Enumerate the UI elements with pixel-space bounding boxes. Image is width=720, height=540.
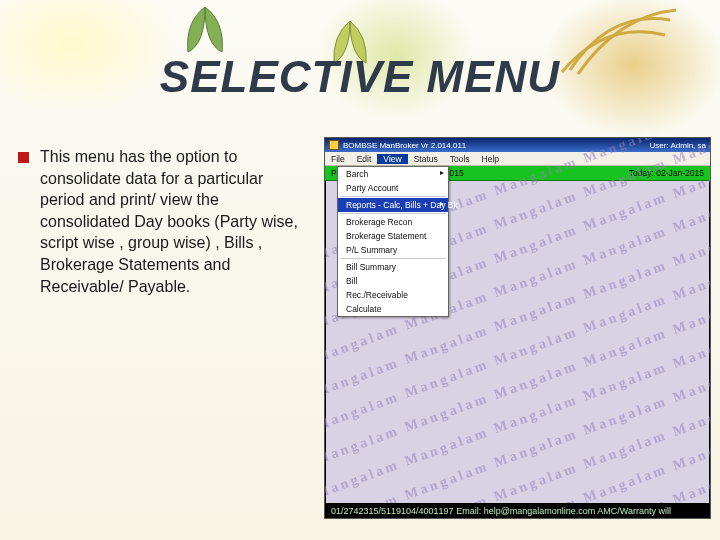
slide-body-text: This menu has the option to consolidate … [40,146,298,297]
status-footer: 01/2742315/5119104/4001197 Email: help@m… [325,503,710,518]
slide-title: SELECTIVE MENU [0,52,720,102]
dropdown-item[interactable]: Reports - Calc, Bills + Day Bk [338,198,448,212]
app-screenshot: BOMBSE ManBroker Vr 2.014.011 User: Admi… [324,137,711,519]
bullet-icon [18,152,29,163]
menu-item-view[interactable]: View [377,154,407,164]
dropdown-item[interactable]: Calculate [338,302,448,316]
watermark-row: Mangalam Mangalam Mangalam Mangalam Mang… [325,409,710,518]
watermark-row: Mangalam Mangalam Mangalam Mangalam Mang… [325,341,710,518]
view-dropdown: BarchParty AccountReports - Calc, Bills … [337,166,449,317]
watermark-row: Mangalam Mangalam Mangalam Mangalam Mang… [325,307,710,518]
dropdown-item[interactable]: Bill [338,274,448,288]
window-titlebar: BOMBSE ManBroker Vr 2.014.011 User: Admi… [325,138,710,152]
menu-item-edit[interactable]: Edit [351,154,378,164]
dropdown-item[interactable]: Bill Summary [338,260,448,274]
today-label: Today: 02-Jan-2015 [629,168,704,178]
app-icon [329,140,339,150]
dropdown-item[interactable]: Party Account [338,181,448,195]
dropdown-item[interactable]: Barch [338,167,448,181]
dropdown-item[interactable]: Brokerage Recon [338,215,448,229]
dropdown-item[interactable]: P/L Summary [338,243,448,257]
menu-item-tools[interactable]: Tools [444,154,476,164]
dropdown-item[interactable]: Rec./Receivable [338,288,448,302]
dropdown-item[interactable]: Brokerage Statement [338,229,448,243]
window-user-label: User: Admin, sa [650,141,706,150]
menu-item-file[interactable]: File [325,154,351,164]
menu-item-help[interactable]: Help [476,154,505,164]
watermark-row: Mangalam Mangalam Mangalam Mangalam Mang… [325,375,710,518]
window-title: BOMBSE ManBroker Vr 2.014.011 [343,141,646,150]
menu-item-status[interactable]: Status [408,154,444,164]
menubar: FileEditViewStatusToolsHelp [325,152,710,166]
